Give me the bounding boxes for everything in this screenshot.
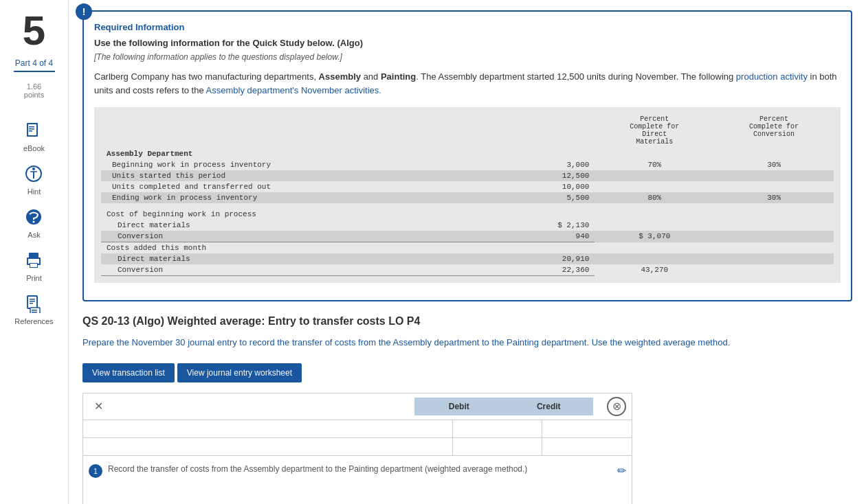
hint-icon [23,163,45,185]
svg-rect-16 [30,264,37,267]
view-journal-entry-worksheet-button[interactable]: View journal entry worksheet [177,363,302,382]
svg-rect-17 [27,296,37,308]
edit-pencil-icon[interactable]: ✏ [617,464,626,477]
question-number: 5 [23,10,45,51]
debit-header: Debit [414,398,504,415]
ebook-label: eBook [23,144,45,152]
svg-rect-18 [30,299,35,300]
ask-label: Ask [27,231,40,239]
info-icon: ! [76,3,92,20]
x-close-button[interactable]: ✕ [89,398,109,415]
sidebar-item-references[interactable]: References [14,293,53,325]
svg-point-6 [32,168,35,170]
entry-number-badge: 1 [89,464,102,478]
assembly-data-table: PercentComplete forDirectMaterials Perce… [101,114,834,276]
hint-label: Hint [27,187,41,196]
view-transaction-list-button[interactable]: View transaction list [82,363,175,382]
italic-note: [The following information applies to th… [94,52,841,62]
svg-rect-3 [29,128,34,130]
journal-empty-row-2 [83,437,632,455]
button-row: View transaction list View journal entry… [82,363,852,382]
circle-close-button[interactable]: ⊗ [607,397,626,416]
sidebar-item-hint[interactable]: Hint [23,163,45,196]
question-title: QS 20-13 (Algo) Weighted average: Entry … [82,315,852,328]
references-icon [23,293,45,314]
sidebar-item-ask[interactable]: Ask [23,206,45,239]
svg-rect-19 [30,301,35,302]
svg-rect-22 [32,310,37,311]
svg-rect-1 [28,124,36,135]
main-question-text: Use the following information for the Qu… [94,38,841,48]
ebook-icon [23,119,45,141]
print-label: Print [26,274,42,282]
sidebar-tools: eBook Hint [14,119,53,325]
part-label: Part 4 of 4 [15,58,53,68]
svg-point-11 [33,221,35,223]
svg-rect-12 [29,253,38,258]
print-icon [23,249,45,271]
points-label: 1.66 points [24,82,44,99]
svg-rect-20 [30,303,33,304]
part-underline [14,71,55,72]
svg-rect-14 [28,259,39,264]
sidebar: 5 Part 4 of 4 1.66 points eBook [0,0,69,504]
svg-rect-23 [32,312,37,313]
entry-description: Record the transfer of costs from the As… [108,463,612,476]
sidebar-item-print[interactable]: Print [23,249,45,282]
ask-icon [23,206,45,228]
journal-empty-row-1 [83,420,632,437]
data-table-wrapper: PercentComplete forDirectMaterials Perce… [94,107,841,283]
info-box: ! Required Information Use the following… [82,10,852,301]
description-text: Carlberg Company has two manufacturing d… [94,70,841,97]
main-content: ! Required Information Use the following… [69,0,866,504]
question-instruction: Prepare the November 30 journal entry to… [82,336,852,350]
sidebar-item-ebook[interactable]: eBook [23,119,45,152]
journal-top-row: ✕ Debit Credit ⊗ [83,393,632,420]
close-icon: ⊗ [612,400,621,413]
svg-rect-4 [29,130,32,132]
svg-rect-2 [29,126,34,128]
required-info-label: Required Information [94,22,841,32]
references-label: References [14,317,53,325]
credit-header: Credit [504,398,594,415]
journal-entry-area: ✕ Debit Credit ⊗ [82,393,632,505]
journal-entry-row: 1 Record the transfer of costs from the … [83,455,632,505]
